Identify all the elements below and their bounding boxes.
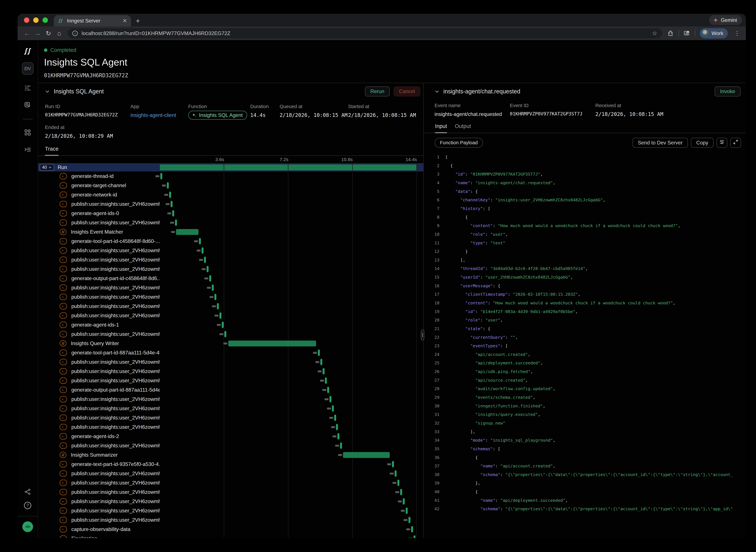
runs-icon[interactable] — [24, 84, 32, 92]
trace-tick[interactable] — [413, 535, 415, 538]
trace-tick[interactable] — [340, 442, 342, 449]
trace-row[interactable]: >_publish:user:insights:user_2VH6zowmh..… — [38, 264, 423, 274]
extensions-icon[interactable] — [667, 30, 674, 37]
function-badge[interactable]: Insights SQL Agent — [188, 111, 247, 120]
trace-row[interactable]: >_publish:user:insights:user_2VH6zowmh..… — [38, 311, 423, 320]
trace-row[interactable]: >_generate-agent-ids-0 — [38, 209, 423, 218]
trace-tick[interactable] — [338, 433, 339, 439]
trace-tick[interactable] — [207, 266, 209, 272]
trace-tick[interactable] — [222, 322, 224, 328]
expand-button[interactable] — [730, 138, 741, 148]
event-search-icon[interactable] — [24, 101, 32, 109]
trace-row[interactable]: >_publish:user:insights:user_2VH6zowmh..… — [38, 469, 423, 478]
trace-tick[interactable] — [217, 303, 219, 309]
trace-row[interactable]: >_generate-agent-ids-2 — [38, 432, 423, 441]
trace-row[interactable]: >_publish:user:insights:user_2VH6zowmh..… — [38, 497, 423, 506]
trace-tick[interactable] — [199, 238, 201, 244]
trace-bar[interactable] — [228, 340, 316, 347]
run-section-header[interactable]: Insights SQL Agent Rerun Cancel — [38, 83, 423, 100]
trace-tick[interactable] — [214, 294, 216, 300]
trace-tick[interactable] — [172, 210, 174, 217]
trace-tick[interactable] — [411, 526, 413, 532]
trace-row[interactable]: >_generate-network-id — [38, 190, 423, 199]
tab-input[interactable]: Input — [435, 123, 447, 133]
reload-icon[interactable]: ↻ — [43, 30, 54, 37]
trace-row[interactable]: >_publish:user:insights:user_2VH6zowmh..… — [38, 413, 423, 422]
trace-tick[interactable] — [403, 498, 405, 505]
trace-row[interactable]: >_publish:user:insights:user_2VH6zowmh..… — [38, 488, 423, 497]
dev-tools-icon[interactable] — [24, 146, 32, 154]
tab-trace[interactable]: Trace — [45, 146, 58, 155]
trace-row[interactable]: Insights Query Writer — [38, 339, 423, 348]
trace-row[interactable]: >_publish:user:insights:user_2VH6zowmh..… — [38, 367, 423, 376]
trace-tick[interactable] — [318, 350, 320, 356]
code-editor[interactable]: 1[2 {3 "id": "01KHRMPVZP0V977KAT2GP3ST7J… — [424, 152, 746, 538]
help-icon[interactable]: ? — [24, 502, 31, 509]
trace-tick[interactable] — [327, 387, 329, 393]
trace-tick[interactable] — [408, 517, 410, 523]
trace-tick[interactable] — [204, 257, 206, 263]
trace-row[interactable]: >_publish:user:insights:user_2VH6zowmh..… — [38, 218, 423, 227]
trace-row[interactable]: >_publish:user:insights:user_2VH6zowmh..… — [38, 357, 423, 367]
trace-row[interactable]: >_publish:user:insights:user_2VH6zowmh..… — [38, 302, 423, 311]
trace-row[interactable]: >_publish:user:insights:user_2VH6zowmh..… — [38, 515, 423, 525]
tab-output[interactable]: Output — [455, 123, 471, 133]
trace-tick[interactable] — [400, 489, 402, 495]
trace-tick[interactable] — [395, 470, 397, 477]
function-payload-pill[interactable]: Function Payload — [434, 138, 483, 148]
trace-row[interactable]: >_publish:user:insights:user_2VH6zowmh..… — [38, 506, 423, 515]
trace-tick[interactable] — [336, 424, 338, 430]
trace-tick[interactable] — [209, 275, 211, 282]
trace-tick[interactable] — [332, 405, 334, 412]
share-icon[interactable] — [24, 488, 31, 496]
trace-row[interactable]: >_publish:user:insights:user_2VH6zowmh..… — [38, 246, 423, 255]
trace-row[interactable]: >_publish:user:insights:user_2VH6zowmh..… — [38, 292, 423, 302]
tab-close-icon[interactable]: ✕ — [123, 18, 127, 23]
trace-tick[interactable] — [325, 377, 327, 384]
new-tab-button[interactable]: + — [136, 17, 140, 25]
copy-button[interactable]: Copy — [691, 138, 714, 148]
trace-bar[interactable] — [343, 452, 390, 458]
tab-search-icon[interactable] — [683, 30, 691, 37]
trace-tick[interactable] — [175, 220, 177, 226]
trace-tick[interactable] — [320, 359, 322, 365]
trace-row[interactable]: >_generate-text-part-id-9357e5f0-a530-4.… — [38, 459, 423, 469]
trace-row[interactable]: >_generate-output-part-id-887aa111-5d4e.… — [38, 385, 423, 395]
gemini-button[interactable]: Gemini — [709, 15, 742, 25]
code-button[interactable]: </> — [22, 521, 33, 532]
browser-menu-icon[interactable]: ⋮ — [732, 30, 742, 37]
apps-icon[interactable] — [24, 129, 32, 136]
trace-row[interactable]: >_publish:user:insights:user_2VH6zowmh..… — [38, 441, 423, 450]
trace-tick[interactable] — [202, 247, 203, 254]
trace-tick[interactable] — [169, 191, 171, 198]
trace-row[interactable]: >_generate-tool-part-id-c458648f-8d60-..… — [38, 237, 423, 246]
trace-row[interactable]: >_publish:user:insights:user_2VH6zowmh..… — [38, 199, 423, 209]
minimize-window-button[interactable] — [33, 17, 39, 23]
trace-row[interactable]: >_publish:user:insights:user_2VH6zowmh..… — [38, 376, 423, 385]
trace-row[interactable]: >_capture-observability-data — [38, 525, 423, 534]
trace-tick[interactable] — [224, 331, 226, 337]
send-to-dev-server-button[interactable]: Send to Dev Server — [632, 138, 688, 148]
trace-row[interactable]: >_generate-output-part-id-c458648f-8d6..… — [38, 274, 423, 283]
trace-row[interactable]: >_publish:user:insights:user_2VH6zowmh..… — [38, 422, 423, 432]
trace-row[interactable]: >_publish:user:insights:user_2VH6zowmh..… — [38, 404, 423, 413]
trace-tick[interactable] — [167, 182, 169, 188]
wrap-text-button[interactable] — [717, 138, 727, 148]
event-section-header[interactable]: insights-agent/chat.requested Invoke — [424, 83, 746, 100]
trace-row[interactable]: >_publish:user:insights:user_2VH6zowmh..… — [38, 329, 423, 339]
profile-chip[interactable]: Work — [700, 28, 728, 38]
pane-resize-handle[interactable] — [421, 330, 424, 340]
trace-tick[interactable] — [334, 415, 336, 421]
rerun-button[interactable]: Rerun — [365, 87, 390, 97]
trace-row[interactable]: >_publish:user:insights:user_2VH6zowmh..… — [38, 255, 423, 264]
trace-tick[interactable] — [323, 368, 325, 375]
trace-row[interactable]: Insights Event Matcher — [38, 227, 423, 237]
browser-tab[interactable]: Inngest Server ✕ — [54, 15, 131, 26]
app-link[interactable]: insights-agent-client — [131, 112, 188, 118]
trace-tick[interactable] — [160, 173, 162, 179]
home-icon[interactable]: ⌂ — [54, 30, 64, 37]
cancel-button[interactable]: Cancel — [394, 87, 420, 97]
trace-row[interactable]: >_generate-target-channel — [38, 181, 423, 190]
trace-tick[interactable] — [330, 396, 331, 402]
url-bar[interactable]: i localhost:8288/run?runID=01KHRMPW77GVM… — [67, 28, 662, 38]
